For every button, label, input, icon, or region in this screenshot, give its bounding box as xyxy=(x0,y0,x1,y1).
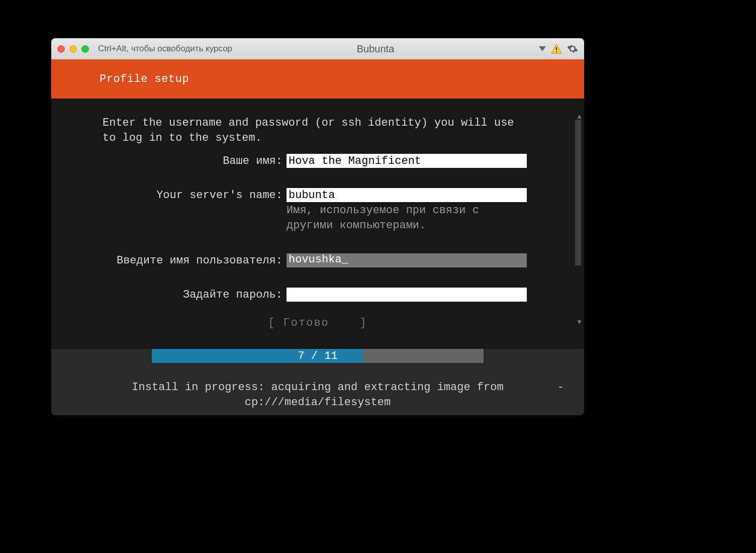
profile-form: Ваше имя: Your server's name: Имя, испол… xyxy=(51,146,584,329)
server-label: Your server's name: xyxy=(51,188,287,202)
server-hint: Имя, используемое при связи с другими ко… xyxy=(287,203,527,233)
titlebar[interactable]: Ctrl+Alt, чтобы освободить курсор Bubunt… xyxy=(51,38,584,59)
spinner-icon: - xyxy=(557,380,564,395)
password-label: Задайте пароль: xyxy=(51,288,287,301)
page-title-text: Profile setup xyxy=(100,73,189,85)
scroll-down-icon[interactable]: ▼ xyxy=(578,318,582,326)
minimize-icon[interactable] xyxy=(69,45,77,53)
password-field[interactable] xyxy=(287,288,527,302)
name-field[interactable] xyxy=(287,154,527,168)
instruction-text: Enter the username and password (or ssh … xyxy=(51,99,584,146)
gear-icon[interactable] xyxy=(567,43,578,54)
username-field[interactable]: hovushka_ xyxy=(287,253,527,267)
scrollbar[interactable] xyxy=(575,120,581,265)
installer-console: Profile setup Enter the username and pas… xyxy=(51,59,584,415)
username-label: Введите имя пользователя: xyxy=(51,253,287,267)
svg-rect-0 xyxy=(556,47,557,50)
page-title: Profile setup xyxy=(51,59,584,99)
progress-text: 7 / 11 xyxy=(152,349,484,363)
server-field[interactable] xyxy=(287,188,527,202)
warning-icon[interactable] xyxy=(551,44,562,54)
text-cursor: _ xyxy=(342,253,348,266)
svg-rect-1 xyxy=(556,51,557,52)
name-label: Ваше имя: xyxy=(51,154,287,167)
progress-bar: 7 / 11 xyxy=(152,349,484,363)
vm-window: Ctrl+Alt, чтобы освободить курсор Bubunt… xyxy=(51,38,584,415)
zoom-icon[interactable] xyxy=(81,45,89,53)
dropdown-icon[interactable] xyxy=(539,46,546,51)
install-status: Install in progress: acquiring and extra… xyxy=(51,380,584,410)
done-button[interactable]: [ Готово ] xyxy=(51,317,584,329)
footer: 7 / 11 Install in progress: acquiring an… xyxy=(51,349,584,415)
window-title: Bubunta xyxy=(212,43,539,55)
close-icon[interactable] xyxy=(57,45,65,53)
traffic-lights xyxy=(57,45,89,53)
